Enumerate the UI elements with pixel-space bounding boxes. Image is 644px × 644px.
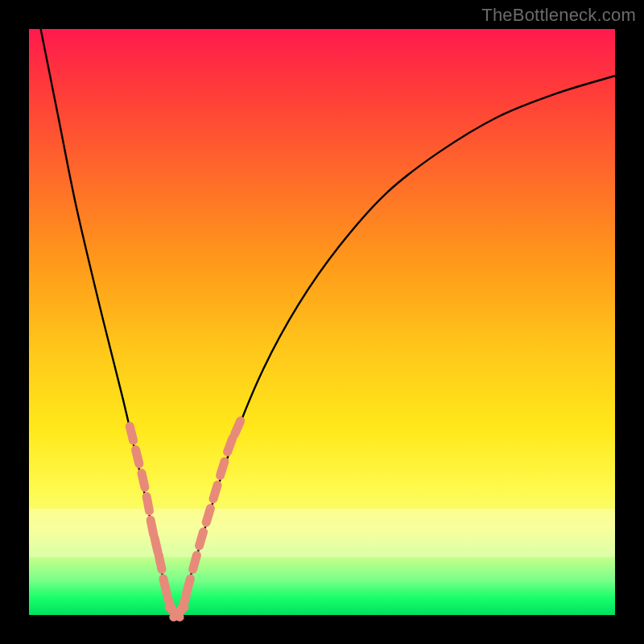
- marker-segment: [155, 538, 158, 552]
- watermark-text: TheBottleneck.com: [481, 5, 636, 26]
- marker-segment: [228, 438, 233, 452]
- marker-segment: [159, 555, 162, 570]
- marker-segment: [147, 497, 149, 511]
- marker-segment: [135, 450, 138, 464]
- marker-segment: [200, 532, 204, 546]
- marker-segment: [193, 555, 197, 569]
- marker-segment: [142, 473, 145, 488]
- marker-segment: [187, 579, 191, 592]
- marker-segment: [213, 485, 217, 498]
- marker-layer: [130, 421, 241, 617]
- bottleneck-curve: [29, 29, 615, 615]
- marker-segment: [181, 597, 186, 610]
- marker-segment: [206, 509, 210, 522]
- marker-segment: [163, 579, 167, 593]
- marker-segment: [151, 520, 154, 535]
- marker-segment: [235, 421, 241, 435]
- chart-stage: TheBottleneck.com: [0, 0, 644, 644]
- marker-segment: [221, 461, 225, 475]
- marker-segment: [130, 427, 133, 440]
- plot-area: [29, 29, 615, 615]
